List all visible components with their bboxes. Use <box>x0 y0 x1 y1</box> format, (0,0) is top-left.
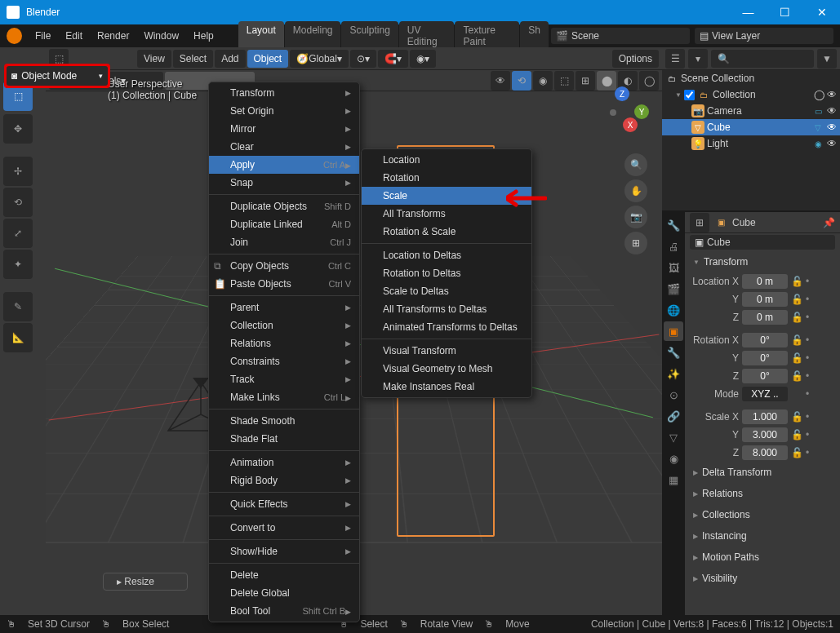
gizmo-toggle[interactable]: ⟲ <box>512 71 531 91</box>
xray-toggle[interactable]: ⬚ <box>554 71 574 91</box>
eye-icon[interactable]: 👁 <box>827 105 837 117</box>
menu-item-all-transforms-to-deltas[interactable]: All Transforms to Deltas <box>362 300 531 318</box>
visibility-icon[interactable]: 👁 <box>491 71 510 91</box>
tool-rotate[interactable]: ⟲ <box>3 188 33 217</box>
outliner-item-light[interactable]: 💡 Light ◉ 👁 <box>662 135 840 152</box>
tool-measure[interactable]: 📐 <box>3 323 33 352</box>
outliner-search[interactable]: 🔍 <box>711 50 814 68</box>
scale-y[interactable]: 3.000 <box>742 427 788 442</box>
menu-item-location-to-deltas[interactable]: Location to Deltas <box>362 246 531 264</box>
menu-item-track[interactable]: Track▶ <box>209 370 359 388</box>
mode-dropdown[interactable]: ◙ Object Mode ▾ <box>7 66 108 86</box>
loc-z[interactable]: 0 m <box>742 310 788 325</box>
loc-x[interactable]: 0 m <box>742 274 788 289</box>
outliner-collection[interactable]: ▼ 🗀 Collection ◯ 👁 <box>662 86 840 103</box>
outliner-scene-collection[interactable]: 🗀 Scene Collection <box>662 70 840 86</box>
menu-item-all-transforms[interactable]: All Transforms <box>362 205 531 223</box>
ptab-texture[interactable]: ▦ <box>664 470 683 489</box>
tool-annotate[interactable]: ✎ <box>3 292 33 321</box>
props-type-icon[interactable]: ⊞ <box>690 213 709 232</box>
rot-z[interactable]: 0° <box>742 369 788 383</box>
lock-icon[interactable]: 🔓 <box>791 276 802 287</box>
menu-file[interactable]: File <box>29 28 57 44</box>
menu-item-scale-to-deltas[interactable]: Scale to Deltas <box>362 282 531 300</box>
vp-menu-add[interactable]: Add <box>215 50 245 68</box>
perspective-toggle[interactable]: ⊞ <box>624 232 647 255</box>
menu-item-rotation-to-deltas[interactable]: Rotation to Deltas <box>362 264 531 282</box>
panel-motion[interactable]: ▶Motion Paths <box>685 547 840 568</box>
menu-item-make-instances-real[interactable]: Make Instances Real <box>362 378 531 396</box>
menu-item-transform[interactable]: Transform▶ <box>209 84 359 102</box>
panel-relations[interactable]: ▶Relations <box>685 483 840 504</box>
vp-snap[interactable]: 🧲▾ <box>378 50 408 68</box>
workspace-uv[interactable]: UV Editing <box>399 21 455 51</box>
panel-collections[interactable]: ▶Collections <box>685 504 840 525</box>
menu-item-rotation-scale[interactable]: Rotation & Scale <box>362 223 531 241</box>
vp-orientation[interactable]: 🧭 Global ▾ <box>290 50 349 68</box>
rot-y[interactable]: 0° <box>742 351 788 365</box>
menu-item-snap[interactable]: Snap▶ <box>209 174 359 192</box>
ptab-constraints[interactable]: 🔗 <box>664 406 683 426</box>
menu-item-duplicate-linked[interactable]: Duplicate LinkedAlt D <box>209 215 359 233</box>
pin-icon[interactable]: 📌 <box>823 217 835 228</box>
minimize-button[interactable]: — <box>730 0 767 24</box>
menu-item-relations[interactable]: Relations▶ <box>209 334 359 352</box>
menu-item-delete[interactable]: Delete <box>209 566 359 584</box>
menu-item-rotation[interactable]: Rotation <box>362 169 531 187</box>
vp-menu-select[interactable]: Select <box>173 50 213 68</box>
menu-item-animated-transforms-to-deltas[interactable]: Animated Transforms to Deltas <box>362 318 531 336</box>
loc-y[interactable]: 0 m <box>742 292 788 307</box>
ptab-physics[interactable]: ⊙ <box>664 385 683 405</box>
menu-item-visual-geometry-to-mesh[interactable]: Visual Geometry to Mesh <box>362 360 531 378</box>
workspace-sculpting[interactable]: Sculpting <box>341 21 398 51</box>
ptab-mesh[interactable]: ▽ <box>664 427 683 447</box>
close-button[interactable]: ✕ <box>803 0 840 24</box>
tool-transform[interactable]: ✦ <box>3 250 33 279</box>
panel-visibility[interactable]: ▶Visibility <box>685 568 840 589</box>
menu-item-show-hide[interactable]: Show/Hide▶ <box>209 542 359 560</box>
zoom-button[interactable]: 🔍 <box>624 153 647 176</box>
eye-icon[interactable]: 👁 <box>827 122 837 133</box>
menu-render[interactable]: Render <box>91 28 136 44</box>
exclude-icon[interactable]: ◯ <box>814 89 824 100</box>
menu-item-clear[interactable]: Clear▶ <box>209 138 359 156</box>
menu-item-join[interactable]: JoinCtrl J <box>209 233 359 251</box>
vp-options[interactable]: Options <box>612 50 659 68</box>
menu-help[interactable]: Help <box>187 28 220 44</box>
menu-item-shade-smooth[interactable]: Shade Smooth <box>209 412 359 430</box>
panel-instancing[interactable]: ▶Instancing <box>685 525 840 547</box>
menu-item-convert-to[interactable]: Convert to▶ <box>209 519 359 537</box>
workspace-modeling[interactable]: Modeling <box>285 21 341 51</box>
panel-delta[interactable]: ▶Delta Transform <box>685 462 840 483</box>
operator-panel[interactable]: ▸ Resize <box>103 573 188 591</box>
vp-pivot[interactable]: ⊙▾ <box>350 50 376 68</box>
menu-item-location[interactable]: Location <box>362 151 531 169</box>
outliner-display-icon[interactable]: ▾ <box>688 49 708 69</box>
menu-item-visual-transform[interactable]: Visual Transform <box>362 342 531 360</box>
menu-item-shade-flat[interactable]: Shade Flat <box>209 430 359 448</box>
menu-item-copy-objects[interactable]: ⧉Copy ObjectsCtrl C <box>209 257 359 275</box>
tool-move[interactable]: ✢ <box>3 157 33 186</box>
menu-edit[interactable]: Edit <box>59 28 89 44</box>
outliner-type-icon[interactable]: ☰ <box>665 49 685 69</box>
menu-item-paste-objects[interactable]: 📋Paste ObjectsCtrl V <box>209 275 359 293</box>
nav-gizmo[interactable]: Z Y X <box>598 86 647 135</box>
menu-item-constraints[interactable]: Constraints▶ <box>209 352 359 370</box>
tool-scale[interactable]: ⤢ <box>3 219 33 248</box>
menu-item-bool-tool[interactable]: Bool ToolShift Ctrl B▶ <box>209 602 359 620</box>
menu-item-apply[interactable]: ApplyCtrl A▶ <box>209 156 359 174</box>
scene-field[interactable]: 🎬Scene <box>551 28 690 44</box>
scale-x[interactable]: 1.000 <box>742 409 788 424</box>
scale-z[interactable]: 8.000 <box>742 445 788 460</box>
menu-item-collection[interactable]: Collection▶ <box>209 316 359 334</box>
eye-icon[interactable]: 👁 <box>827 138 837 149</box>
menu-item-delete-global[interactable]: Delete Global <box>209 584 359 602</box>
ptab-render[interactable]: 🔧 <box>664 215 683 235</box>
ptab-scene[interactable]: 🎬 <box>664 279 683 299</box>
menu-item-animation[interactable]: Animation▶ <box>209 454 359 471</box>
rot-x[interactable]: 0° <box>742 333 788 347</box>
menu-item-rigid-body[interactable]: Rigid Body▶ <box>209 471 359 489</box>
vp-menu-object[interactable]: Object <box>247 50 289 68</box>
outliner-filter-icon[interactable]: ▼ <box>817 49 837 69</box>
vp-menu-view[interactable]: View <box>137 50 171 68</box>
